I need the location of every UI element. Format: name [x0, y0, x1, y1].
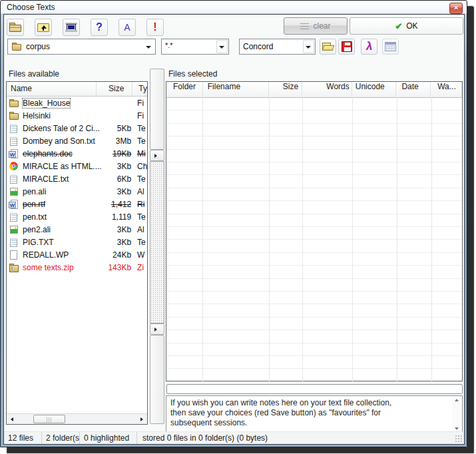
alert-button[interactable]: ! — [146, 19, 164, 36]
text-file-icon — [9, 212, 20, 222]
horizontal-scrollbar[interactable] — [7, 413, 147, 424]
text-file-icon — [9, 123, 20, 134]
word-file-icon: W — [9, 148, 20, 159]
chrome-file-icon — [9, 161, 20, 172]
column-header-wa[interactable]: Wa... — [431, 82, 462, 97]
acrobat-icon: λ — [365, 40, 373, 53]
scroll-down-icon[interactable] — [455, 427, 459, 430]
font-button[interactable]: A — [119, 19, 136, 36]
view-button[interactable] — [63, 19, 80, 36]
choose-texts-window: Choose Texts ✕ ? A ! clear ✔ OK — [0, 0, 467, 447]
file-name: pen.ali — [23, 187, 46, 196]
file-name: Helsinki — [23, 111, 51, 120]
word-file-icon: W — [9, 199, 20, 210]
file-row[interactable]: REDALL.WP24KbW — [7, 248, 147, 261]
files-selected-body[interactable] — [166, 98, 462, 381]
column-header-folder[interactable]: Folder — [166, 82, 203, 97]
square-icon — [65, 22, 77, 33]
file-type: Al — [131, 187, 147, 196]
stats-button[interactable] — [382, 39, 399, 55]
file-row[interactable]: HelsinkiFi — [7, 109, 147, 122]
ok-label: OK — [406, 21, 417, 31]
resize-grip[interactable] — [455, 435, 463, 443]
notes-area[interactable]: If you wish you can write notes here on … — [166, 395, 463, 433]
column-header-size[interactable]: Size — [269, 82, 302, 97]
filemask-combo[interactable]: *.* — [161, 39, 229, 55]
notes-scrollbar[interactable] — [452, 396, 462, 433]
file-row[interactable]: some texts.zip143KbZi — [7, 261, 147, 274]
right-arrow-icon — [154, 154, 157, 158]
folder-combo[interactable]: corpus — [7, 39, 156, 55]
file-size: 24Kb — [107, 250, 131, 260]
acrobat-button[interactable]: λ — [361, 39, 377, 55]
font-icon: A — [124, 22, 130, 33]
ali-file-icon — [9, 186, 20, 197]
scroll-left-arrow[interactable] — [7, 414, 17, 424]
clear-icon — [300, 23, 309, 29]
splitter-segment-top[interactable] — [150, 69, 164, 150]
files-available-header: Name Size Ty — [7, 82, 147, 97]
chevron-down-icon — [306, 46, 311, 49]
browse-favourites-button[interactable] — [320, 39, 336, 55]
close-icon: ✕ — [453, 5, 459, 11]
column-header-words[interactable]: Words — [302, 82, 352, 97]
file-name: Dombey and Son.txt — [23, 136, 95, 146]
file-row[interactable]: Dombey and Son.txt3MbTe — [7, 134, 147, 147]
column-header-unicode[interactable]: Unicode — [352, 82, 397, 97]
file-row[interactable]: pen.ali3KbAl — [7, 185, 147, 198]
file-row[interactable]: Welephants.doc19KbMi — [7, 147, 147, 160]
file-row[interactable]: PIG.TXT3KbTe — [7, 236, 147, 248]
open-folder-button[interactable] — [7, 19, 24, 36]
column-header-date[interactable]: Date — [396, 82, 431, 97]
open-folder-icon — [322, 42, 334, 51]
scroll-up-icon[interactable] — [455, 399, 459, 401]
file-row[interactable]: pen2.ali3KbAl — [7, 223, 147, 236]
folder-file-icon — [9, 111, 20, 121]
panel-splitter — [150, 69, 164, 424]
file-row[interactable]: Wpen.rtf1,412Ri — [7, 198, 147, 210]
file-row[interactable]: pen.txt1,119Te — [7, 210, 147, 223]
file-row[interactable]: MIRACLE.txt6KbTe — [7, 172, 147, 185]
scrollbar-thumb[interactable] — [33, 415, 65, 423]
title-bar[interactable]: Choose Texts ✕ — [1, 1, 467, 14]
help-button[interactable]: ? — [91, 19, 108, 36]
splitter-segment-bottom[interactable] — [150, 335, 164, 424]
move-right-button-top[interactable] — [150, 150, 164, 161]
column-header-size[interactable]: Size — [97, 82, 132, 96]
folder-icon — [9, 22, 22, 33]
up-folder-button[interactable] — [35, 19, 52, 36]
exclamation-icon: ! — [153, 21, 156, 33]
ok-button[interactable]: ✔ OK — [350, 17, 463, 35]
notes-title-input[interactable] — [166, 384, 463, 394]
status-stored: stored 0 files in 0 folder(s) (0 bytes) — [137, 432, 464, 444]
file-type: Te — [131, 174, 147, 184]
window-title: Choose Texts — [7, 3, 55, 12]
status-files: 12 files — [4, 432, 42, 444]
files-available-list: Name Size Ty Bleak_HouseFiHelsinkiFiDick… — [6, 81, 148, 425]
scroll-right-arrow[interactable] — [136, 414, 147, 424]
column-header-name[interactable]: Name — [7, 82, 97, 96]
dialog-body: ? A ! clear ✔ OK corpus *.* Concord — [3, 14, 465, 445]
text-file-icon — [9, 237, 20, 248]
tool-combo[interactable]: Concord — [239, 39, 316, 55]
save-favourites-button[interactable] — [338, 39, 355, 55]
splitter-grip[interactable] — [150, 161, 164, 324]
file-row[interactable]: Dickens Tale of 2 Ci...5KbTe — [7, 122, 147, 134]
column-header-filename[interactable]: Filename — [203, 82, 270, 97]
file-name: MIRACLE.txt — [23, 174, 69, 184]
calculator-icon — [385, 42, 396, 51]
clear-button[interactable]: clear — [284, 17, 348, 35]
file-type: Al — [131, 225, 147, 234]
file-rows: Bleak_HouseFiHelsinkiFiDickens Tale of 2… — [7, 97, 147, 274]
file-row[interactable]: MIRACLE as HTML....3KbCh — [7, 160, 147, 172]
file-type: Te — [131, 212, 147, 222]
column-header-type[interactable]: Ty — [132, 82, 147, 96]
chevron-down-icon — [146, 46, 151, 49]
move-right-button-bottom[interactable] — [150, 324, 164, 335]
files-selected-grid: FolderFilenameSizeWordsUnicodeDateWa... — [166, 81, 463, 381]
close-button[interactable]: ✕ — [449, 3, 463, 14]
text-file-icon — [9, 174, 20, 184]
file-type: Mi — [131, 149, 147, 158]
file-row[interactable]: Bleak_HouseFi — [7, 97, 147, 109]
status-bar: 12 files 2 folder(s) 0 highlighted store… — [4, 431, 464, 444]
